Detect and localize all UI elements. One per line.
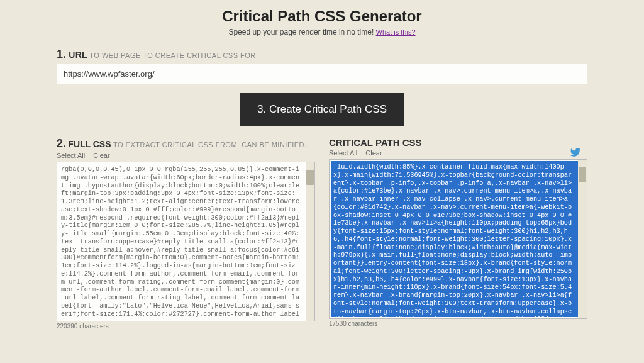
page-title: Critical Path CSS Generator (57, 8, 587, 25)
what-is-this-link[interactable]: What is this? (376, 28, 416, 36)
full-css-clear[interactable]: Clear (93, 152, 109, 159)
url-input[interactable] (57, 64, 587, 84)
create-critical-css-button[interactable]: 3. Create Critical Path CSS (240, 93, 404, 126)
critical-css-title: CRITICAL PATH CSS (329, 137, 422, 148)
twitter-icon[interactable] (570, 147, 581, 159)
critical-css-column: CRITICAL PATH CSS Select All Clear fluid… (329, 137, 587, 330)
step-1-row: 1. URL TO WEB PAGE TO CREATE CRITICAL CS… (57, 48, 587, 84)
full-css-textarea[interactable]: rgba(0,0,0,0.45),0 1px 0 0 rgba(255,255,… (57, 162, 315, 321)
page-subtitle: Speed up your page render time in no tim… (57, 28, 587, 36)
critical-css-scrollbar[interactable] (578, 160, 587, 318)
full-css-scrollbar[interactable] (306, 162, 314, 321)
critical-css-clear[interactable]: Clear (365, 149, 382, 157)
full-css-column: 2. FULL CSS TO EXTRACT CRITICAL CSS FROM… (57, 137, 315, 330)
full-css-char-count: 220390 characters (57, 323, 315, 330)
page-header: Critical Path CSS Generator Speed up you… (57, 8, 587, 36)
full-css-select-all[interactable]: Select All (57, 152, 85, 159)
critical-css-char-count: 17530 characters (329, 320, 587, 327)
step-2-label: 2. FULL CSS TO EXTRACT CRITICAL CSS FROM… (57, 137, 315, 150)
critical-css-textarea[interactable]: fluid.width{width:85%}.x-container-fluid… (329, 159, 587, 319)
critical-css-select-all[interactable]: Select All (329, 149, 357, 157)
step-1-label: 1. URL TO WEB PAGE TO CREATE CRITICAL CS… (57, 48, 587, 61)
